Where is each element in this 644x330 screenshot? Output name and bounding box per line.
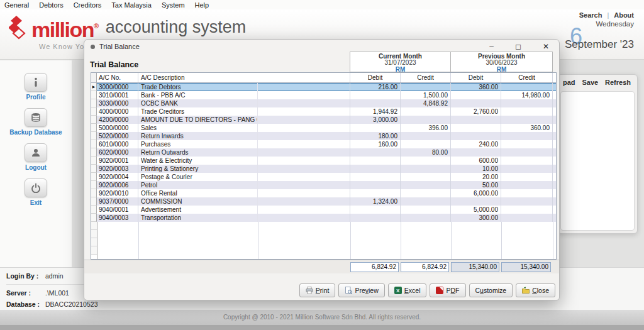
cell-cm-debit <box>350 165 401 173</box>
cell-pm-credit <box>501 99 553 107</box>
cell-pm-credit <box>501 107 553 116</box>
cell-description: Trade Debtors <box>138 83 258 91</box>
menu-general[interactable]: General <box>4 1 29 9</box>
total-pm-credit: 15,340.00 <box>501 262 551 272</box>
sidebar-item-logout[interactable]: Logout <box>25 143 47 171</box>
table-row[interactable]: 9020/0006Petrol50.00 <box>91 181 556 189</box>
close-window-button[interactable]: ✕ <box>543 42 549 51</box>
cell-pm-credit <box>501 181 553 189</box>
table-row[interactable]: 9020/0001Water & Electricity600.00 <box>91 157 556 165</box>
cell-cm-credit: 80.00 <box>401 148 451 157</box>
button-label: Customize <box>475 287 507 294</box>
background-window-toolbar: pad Save Refresh <box>558 75 637 86</box>
menu-debtors[interactable]: Debtors <box>39 1 64 9</box>
cell-description: Postage & Courier <box>138 173 258 181</box>
cell-cm-debit <box>350 91 401 99</box>
cell-filler <box>258 197 350 206</box>
print-button[interactable]: Print <box>299 283 336 297</box>
date-month-year: September '23 <box>565 38 634 51</box>
table-row[interactable]: 6010/0000Purchases160.00240.00 <box>91 140 556 148</box>
menu-tax-malaysia[interactable]: Tax Malaysia <box>111 1 152 9</box>
sidebar-item-profile[interactable]: Profile <box>25 73 47 101</box>
button-label: PDF <box>446 287 459 294</box>
close-button[interactable]: Close <box>516 283 555 297</box>
table-row[interactable]: 9040/0003Transportation300.00 <box>91 214 556 222</box>
column-header-filler <box>258 73 350 82</box>
table-row[interactable]: 3030/0000OCBC BANK4,848.92 <box>91 99 556 107</box>
cell-pm-debit <box>451 132 501 140</box>
cell-cm-credit <box>401 140 451 148</box>
cell-account-no: 6010/0000 <box>97 140 138 148</box>
cell-tail <box>553 107 557 116</box>
cell-cm-credit: 396.00 <box>401 124 451 132</box>
sidebar-item-backup-database[interactable]: Backup Database <box>9 108 62 136</box>
power-icon <box>25 179 47 197</box>
cell-cm-debit: 216.00 <box>350 83 401 91</box>
preview-button[interactable]: Preview <box>338 283 384 297</box>
cell-cm-debit <box>350 173 401 181</box>
grid-header-row: A/C No. A/C Description Debit Credit Deb… <box>91 73 556 83</box>
background-window-panel <box>560 91 635 231</box>
cell-account-no: 9040/0001 <box>97 206 138 214</box>
cell-cm-credit <box>401 116 451 124</box>
cell-pm-credit <box>501 165 553 173</box>
cell-description: COMMISSION <box>138 197 258 206</box>
date-display: 6 Wednesday September '23 <box>553 16 635 57</box>
total-pm-debit: 15,340.00 <box>451 262 499 272</box>
row-selector <box>91 189 97 197</box>
sidebar-label: Logout <box>25 164 47 171</box>
column-header-cm-credit: Credit <box>401 73 451 82</box>
background-save-button[interactable]: Save <box>582 79 598 86</box>
background-toolbar-item-partial[interactable]: pad <box>563 79 575 86</box>
cell-account-no: 4000/0000 <box>97 107 138 116</box>
table-row[interactable]: 9040/0001Advertisement5,000.00 <box>91 206 556 214</box>
excel-button[interactable]: X Excel <box>388 283 427 297</box>
cell-account-no: 9037/0000 <box>97 197 138 206</box>
column-header-description: A/C Description <box>138 73 258 82</box>
row-selector <box>91 222 97 230</box>
cell-cm-debit: 180.00 <box>350 132 401 140</box>
cell-cm-debit <box>350 189 401 197</box>
bottom-edge <box>0 325 644 330</box>
menu-creditors[interactable]: Creditors <box>74 1 102 9</box>
cell-filler <box>258 91 350 99</box>
cell-tail <box>553 124 557 132</box>
menu-help[interactable]: Help <box>195 1 209 9</box>
minimize-button[interactable]: – <box>489 42 494 51</box>
background-refresh-button[interactable]: Refresh <box>605 79 631 86</box>
table-row[interactable]: 6020/0000Return Outwards80.00 <box>91 148 556 157</box>
registered-mark: ® <box>94 22 98 30</box>
trial-balance-grid[interactable]: A/C No. A/C Description Debit Credit Deb… <box>91 72 557 260</box>
cell-cm-debit: 1,324.00 <box>350 197 401 206</box>
table-row[interactable]: 5000/0000Sales396.00360.00 <box>91 124 556 132</box>
menu-system[interactable]: System <box>162 1 185 9</box>
cell-cm-credit <box>401 107 451 116</box>
table-row[interactable]: 9020/0004Postage & Courier20.00 <box>91 173 556 181</box>
background-window: pad Save Refresh <box>557 74 638 234</box>
group-date: 30/06/2023 <box>451 60 552 66</box>
cell-account-no: 4200/0000 <box>97 116 138 124</box>
cell-pm-debit: 10.00 <box>451 165 501 173</box>
table-row[interactable]: 5020/0000Return Inwards180.00 <box>91 132 556 140</box>
table-row[interactable]: 9020/0010Office Rental6,000.00 <box>91 189 556 197</box>
cell-account-no: 9020/0006 <box>97 181 138 189</box>
cell-pm-credit <box>501 206 553 214</box>
cell-description: Trade Creditors <box>138 107 258 116</box>
table-row[interactable]: 4000/0000Trade Creditors1,944.922,760.00 <box>91 107 556 116</box>
pdf-button[interactable]: PDF <box>430 283 465 297</box>
row-selector <box>91 148 97 157</box>
table-row[interactable]: 3010/0001Bank - PBB A/C1,500.0014,980.00 <box>91 91 556 99</box>
row-selector <box>91 214 97 222</box>
cell-pm-credit <box>501 173 553 181</box>
customize-button[interactable]: Customize <box>469 283 513 297</box>
table-row[interactable]: 9037/0000COMMISSION1,324.00 <box>91 197 556 206</box>
cell-pm-credit <box>501 132 553 140</box>
table-row[interactable]: 4200/0000AMOUNT DUE TO DIRECTORS - PANG … <box>91 116 556 124</box>
sidebar-item-exit[interactable]: Exit <box>25 179 47 206</box>
table-row[interactable]: ▶3000/0000Trade Debtors216.00360.00 <box>91 83 556 91</box>
maximize-button[interactable]: ◻ <box>515 42 521 51</box>
sidebar-label: Backup Database <box>9 129 62 136</box>
table-row[interactable]: 9020/0003Printing & Stationery10.00 <box>91 165 556 173</box>
cell-description: Return Inwards <box>138 132 258 140</box>
dialog-icon <box>91 45 95 49</box>
